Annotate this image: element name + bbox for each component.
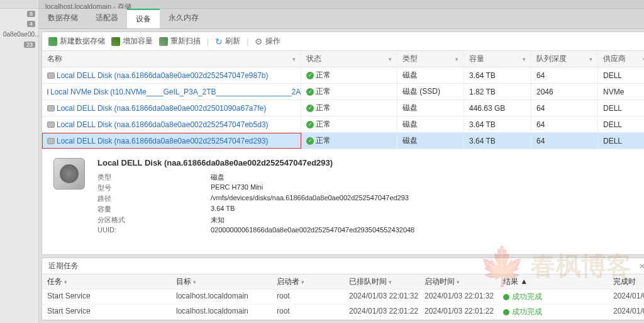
tcell-start: 2024/01/03 22:01:32	[419, 290, 498, 304]
breadcrumb: localhost.localdomain - 存储	[39, 0, 644, 9]
actions-button[interactable]: ⚙操作	[255, 36, 280, 47]
tcol-queue[interactable]: 已排队时间 ▾	[344, 275, 419, 289]
rescan-icon	[159, 37, 168, 46]
ok-icon	[503, 294, 509, 300]
cell-name: Local DELL Disk (naa.61866da0a8e0ae002d2…	[57, 104, 266, 113]
tcol-init[interactable]: 启动者 ▾	[272, 275, 344, 289]
rescan-button[interactable]: 重新扫描	[159, 36, 201, 47]
col-type[interactable]: 类型▾	[397, 51, 464, 67]
grid-header: 名称▾ 状态▾ 类型▾ 容量▾ 队列深度▾ 供应商▾	[42, 51, 644, 67]
tcell-queue: 2024/01/03 22:01:22	[344, 305, 419, 319]
cell-capacity: 1.82 TB	[464, 84, 531, 99]
table-row[interactable]: Local DELL Disk (naa.61866da0a8e0ae002d2…	[42, 116, 644, 133]
cell-queue: 64	[531, 133, 598, 149]
tcol-result[interactable]: 结果 ▲	[498, 275, 608, 289]
tcol-comp[interactable]: 完成时	[608, 275, 644, 289]
tcell-comp: 2024/01/0	[608, 290, 644, 304]
col-queue[interactable]: 队列深度▾	[531, 51, 598, 67]
status-ok-icon: ✓	[306, 121, 314, 128]
kv-key: 类型	[97, 173, 211, 182]
kv-value: PERC H730 Mini	[211, 183, 263, 193]
kv-row: 容量3.64 TB	[97, 205, 414, 214]
status-ok-icon: ✓	[306, 105, 314, 112]
expand-capacity-button[interactable]: 增加容量	[111, 36, 153, 47]
task-row[interactable]: Start Service localhost.localdomain root…	[42, 305, 644, 320]
kv-key: UUID:	[97, 226, 211, 234]
tab-adapter[interactable]: 适配器	[87, 9, 127, 28]
tasks-header: 任务 ▾ 目标 ▾ 启动者 ▾ 已排队时间 ▾ 启动时间 ▾ 结果 ▲ 完成时	[42, 275, 644, 290]
tcell-init: root	[272, 290, 344, 304]
main: localhost.localdomain - 存储 数据存储 适配器 设备 永…	[39, 0, 644, 323]
tcol-start[interactable]: 启动时间 ▾	[419, 275, 498, 289]
kv-key: 路径	[97, 194, 211, 203]
refresh-button[interactable]: ↻刷新	[215, 36, 240, 47]
tcell-result: 成功完成	[498, 305, 608, 319]
cell-vendor: DELL	[598, 133, 644, 149]
tcol-task[interactable]: 任务 ▾	[42, 275, 171, 289]
status-ok-icon: ✓	[306, 88, 314, 96]
cell-vendor: DELL	[598, 116, 644, 132]
col-capacity[interactable]: 容量▾	[464, 51, 531, 67]
ok-icon	[503, 309, 509, 315]
cell-capacity: 3.64 TB	[464, 133, 531, 149]
disk-icon	[47, 138, 55, 144]
cell-status: 正常	[316, 135, 331, 146]
tab-pmem[interactable]: 永久内存	[160, 9, 208, 28]
task-row[interactable]: Start Service localhost.localdomain root…	[42, 290, 644, 305]
kv-value: 未知	[211, 215, 225, 225]
kv-key: 型号	[97, 183, 211, 193]
cell-type: 磁盘 (SSD)	[397, 84, 464, 99]
disk-image-icon	[53, 158, 85, 190]
cell-status: 正常	[316, 119, 331, 130]
cell-vendor: DELL	[598, 100, 644, 116]
cell-queue: 2046	[531, 84, 598, 99]
cell-status: 正常	[316, 70, 331, 81]
tab-devices[interactable]: 设备	[127, 9, 160, 28]
tcell-task: Start Service	[42, 305, 171, 319]
disk-icon	[47, 122, 55, 128]
sort-icon: ▾	[292, 56, 296, 62]
close-icon[interactable]: ✕	[639, 262, 644, 271]
tasks-title: 近期任务	[48, 261, 79, 271]
cell-capacity: 3.64 TB	[464, 67, 531, 83]
col-vendor[interactable]: 供应商▾	[598, 51, 644, 67]
cell-queue: 64	[531, 116, 598, 132]
kv-value: 02000000061866da0a8e0ae002d252547047ed29…	[211, 226, 414, 234]
col-status[interactable]: 状态▾	[301, 51, 397, 67]
disk-icon	[47, 89, 48, 95]
kv-row: 类型磁盘	[97, 173, 414, 182]
table-row[interactable]: Local DELL Disk (naa.61866da0a8e0ae002d2…	[42, 67, 644, 84]
table-row[interactable]: Local DELL Disk (naa.61866da0a8e0ae002d2…	[42, 133, 644, 149]
cell-vendor: DELL	[598, 67, 644, 83]
status-ok-icon: ✓	[306, 137, 314, 145]
cell-status: 正常	[316, 103, 331, 113]
refresh-icon: ↻	[215, 37, 223, 47]
gear-icon: ⚙	[255, 37, 263, 47]
table-row[interactable]: Local NVMe Disk (t10.NVMe____GeIL_P3A_2T…	[42, 84, 644, 100]
sidebar-item[interactable]: 8	[0, 9, 38, 19]
table-row[interactable]: Local DELL Disk (naa.61866da0a8e0ae002d2…	[42, 100, 644, 116]
tcell-init: root	[272, 305, 344, 319]
tabs: 数据存储 适配器 设备 永久内存	[39, 9, 644, 29]
kv-key: 容量	[97, 205, 211, 214]
kv-row: 分区格式未知	[97, 215, 414, 225]
cell-type: 磁盘	[397, 67, 464, 83]
tcell-target: localhost.localdomain	[171, 290, 272, 304]
cell-queue: 64	[531, 67, 598, 83]
new-datastore-button[interactable]: 新建数据存储	[48, 36, 105, 47]
tcol-target[interactable]: 目标 ▾	[171, 275, 272, 289]
cell-queue: 64	[531, 100, 598, 116]
cell-name: Local DELL Disk (naa.61866da0a8e0ae002d2…	[57, 137, 269, 145]
detail-title: Local DELL Disk (naa.61866da0a8e0ae002d2…	[97, 158, 414, 167]
sidebar-item[interactable]: 23	[0, 40, 38, 50]
cell-name: Local DELL Disk (naa.61866da0a8e0ae002d2…	[57, 71, 269, 80]
cell-name: Local DELL Disk (naa.61866da0a8e0ae002d2…	[57, 120, 269, 129]
expand-icon	[111, 37, 120, 46]
sidebar-item-truncated[interactable]: 0a8e0ae00...	[0, 29, 38, 40]
sidebar-item[interactable]: 4	[0, 19, 38, 29]
col-name[interactable]: 名称▾	[42, 51, 301, 67]
cell-name: Local NVMe Disk (t10.NVMe____GeIL_P3A_2T…	[50, 88, 301, 96]
cell-type: 磁盘	[397, 116, 464, 132]
tab-datastore[interactable]: 数据存储	[39, 9, 87, 28]
cell-status: 正常	[316, 86, 331, 97]
